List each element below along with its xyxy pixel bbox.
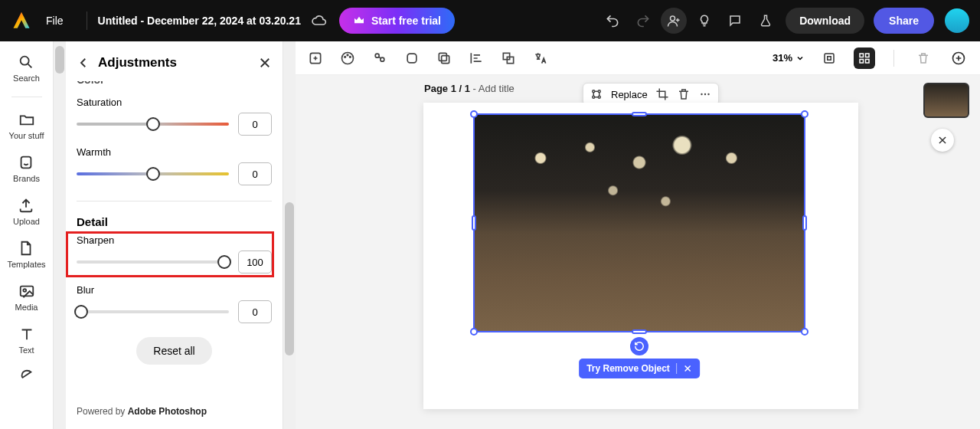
slider-thumb[interactable] [146, 117, 160, 131]
start-free-trial-button[interactable]: Start free trial [339, 8, 455, 34]
canvas-stage[interactable]: Page 1 / 1 - Add title Replace [296, 75, 980, 429]
layers-icon[interactable] [499, 49, 518, 67]
ai-icon[interactable] [590, 87, 603, 101]
scrollbar-thumb[interactable] [55, 46, 64, 74]
svg-point-30 [707, 93, 709, 95]
share-button[interactable]: Share [874, 8, 934, 34]
align-icon[interactable] [467, 49, 485, 67]
scrollbar-thumb[interactable] [285, 202, 294, 355]
rotate-handle[interactable] [630, 337, 648, 355]
rail-label: Templates [7, 260, 45, 269]
svg-point-26 [593, 96, 595, 98]
replace-button[interactable]: Replace [611, 89, 648, 100]
resize-handle[interactable] [472, 215, 476, 231]
try-remove-object-button[interactable]: Try Remove Object [579, 359, 700, 378]
user-avatar[interactable] [945, 8, 969, 33]
blur-slider[interactable] [77, 310, 229, 313]
fit-icon[interactable] [818, 47, 840, 69]
rail-brands[interactable]: Brands [13, 154, 40, 183]
download-button[interactable]: Download [786, 8, 864, 34]
radius-icon[interactable] [403, 49, 421, 67]
svg-point-29 [704, 93, 706, 95]
media-icon [18, 283, 35, 300]
blur-value[interactable]: 0 [238, 300, 272, 323]
group-icon[interactable] [371, 49, 389, 67]
close-thumbnails-button[interactable] [931, 129, 954, 152]
beaker-icon[interactable] [753, 8, 779, 34]
warmth-slider[interactable] [77, 172, 229, 175]
close-panel-icon[interactable] [258, 56, 272, 70]
search-icon [18, 54, 34, 70]
delete-icon[interactable] [913, 47, 934, 69]
upload-icon [18, 197, 34, 214]
add-icon[interactable] [948, 47, 969, 69]
rail-upload[interactable]: Upload [13, 197, 40, 226]
delete-icon[interactable] [677, 87, 691, 101]
brands-icon [18, 154, 34, 171]
rail-shapes[interactable] [18, 368, 35, 385]
sharpen-value[interactable]: 100 [238, 251, 272, 273]
saturation-slider[interactable] [77, 123, 229, 126]
document-title[interactable]: Untitled - December 22, 2024 at 03.20.21 [98, 15, 301, 27]
svg-rect-17 [825, 54, 834, 63]
app-logo [11, 10, 32, 31]
rail-text[interactable]: Text [18, 326, 35, 355]
canvas-area: 31% Page 1 / 1 - Add title Replace [296, 41, 980, 429]
svg-rect-12 [407, 54, 416, 63]
rail-search[interactable]: Search [13, 54, 40, 83]
saturation-label: Saturation [77, 97, 272, 108]
translate-icon[interactable] [531, 49, 550, 67]
add-page-icon[interactable] [306, 49, 325, 67]
svg-rect-14 [442, 55, 449, 63]
svg-rect-19 [860, 54, 864, 57]
page-label[interactable]: Page 1 / 1 - Add title [424, 83, 514, 94]
zoom-dropdown[interactable]: 31% [773, 52, 805, 64]
resize-handle[interactable] [470, 110, 478, 118]
grid-view-icon[interactable] [854, 47, 875, 69]
rail-media[interactable]: Media [15, 283, 38, 312]
lightbulb-icon[interactable] [691, 8, 717, 34]
rail-templates[interactable]: Templates [7, 240, 45, 269]
warmth-value[interactable]: 0 [238, 162, 272, 185]
selected-image[interactable]: Try Remove Object [473, 113, 805, 332]
redo-button[interactable] [630, 8, 656, 34]
saturation-value[interactable]: 0 [238, 113, 272, 136]
left-rail: Search Your stuff Brands Upload Template… [0, 41, 54, 429]
resize-handle[interactable] [470, 328, 478, 336]
comment-icon[interactable] [722, 8, 748, 34]
more-icon[interactable] [698, 87, 712, 101]
rail-label: Upload [13, 217, 40, 226]
resize-handle[interactable] [801, 328, 808, 336]
invite-button[interactable] [661, 8, 687, 34]
panel-scrollbar-left[interactable] [54, 41, 66, 429]
topbar: File Untitled - December 22, 2024 at 03.… [0, 0, 980, 41]
svg-point-24 [593, 90, 595, 93]
resize-handle[interactable] [801, 110, 808, 118]
slider-thumb[interactable] [74, 305, 88, 319]
svg-point-25 [598, 90, 600, 93]
rail-label: Media [15, 303, 38, 312]
crop-icon[interactable] [655, 87, 669, 101]
close-icon[interactable] [683, 364, 692, 373]
shadow-icon[interactable] [435, 49, 453, 67]
svg-point-28 [701, 93, 702, 95]
rail-yourstuff[interactable]: Your stuff [9, 111, 44, 140]
detail-section-title: Detail [77, 215, 272, 228]
page-thumbnail[interactable] [923, 83, 969, 118]
reset-all-button[interactable]: Reset all [136, 337, 211, 365]
canvas-toolbar: 31% [296, 41, 980, 75]
resize-handle[interactable] [632, 329, 647, 334]
svg-point-0 [671, 16, 675, 21]
slider-thumb[interactable] [217, 255, 231, 269]
slider-thumb[interactable] [146, 167, 160, 181]
resize-handle[interactable] [632, 112, 647, 116]
back-icon[interactable] [77, 56, 90, 70]
sharpen-slider[interactable] [77, 260, 229, 264]
undo-button[interactable] [599, 8, 626, 34]
file-menu[interactable]: File [46, 15, 64, 27]
color-palette-icon[interactable] [338, 49, 357, 67]
cloud-sync-icon[interactable] [312, 13, 327, 28]
templates-icon [18, 240, 34, 257]
panel-scrollbar-right[interactable] [283, 41, 296, 429]
resize-handle[interactable] [802, 215, 807, 231]
